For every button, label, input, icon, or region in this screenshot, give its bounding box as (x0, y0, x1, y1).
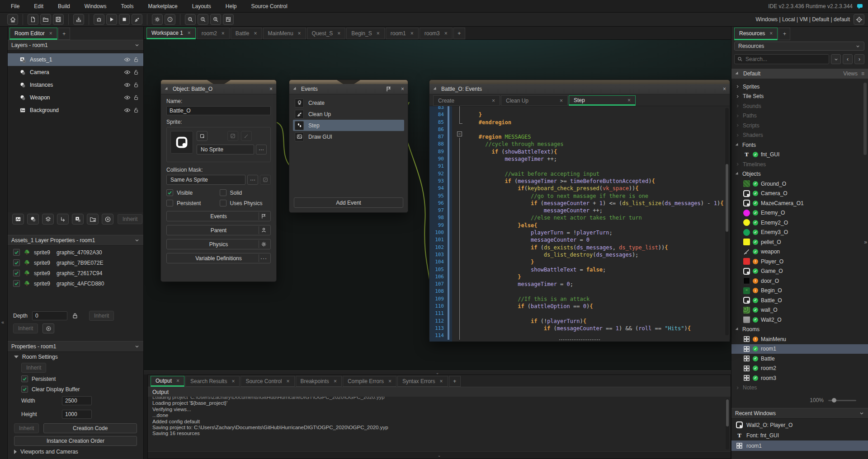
target-picker-icon[interactable] (854, 14, 864, 25)
close-icon[interactable]: × (377, 30, 380, 37)
code-line-88[interactable]: 88//cycle through messages (429, 141, 730, 148)
close-icon[interactable]: × (410, 30, 414, 37)
zoom-slider[interactable] (828, 400, 856, 401)
edit-sprite-icon[interactable] (227, 131, 238, 141)
physics-button[interactable]: Physics (166, 239, 271, 249)
close-icon[interactable]: × (440, 378, 443, 384)
help-button[interactable]: ? (165, 14, 175, 25)
tree-item-weapon[interactable]: ✓weapon (731, 247, 868, 257)
add-tile-layer-button[interactable] (72, 214, 84, 225)
viewports-toggle[interactable]: Viewports and Cameras (8, 449, 143, 455)
code-line-103[interactable]: 103ds_list_destroy(ds_messages); (429, 251, 730, 258)
output-vertical-scrollbar[interactable] (726, 398, 729, 450)
checkbox[interactable] (220, 200, 226, 206)
close-icon[interactable]: × (337, 30, 340, 37)
stop-button[interactable] (119, 14, 130, 25)
collapse-chevron-icon[interactable]: ⌄ (438, 453, 441, 458)
asset-row-graphic_72617C94[interactable]: sprite9graphic_72617C94 (8, 268, 143, 278)
tree-item-Enemy2_O[interactable]: ✓Enemy2_O (731, 218, 868, 228)
object-window-titlebar[interactable]: Object: Battle_O × (161, 84, 276, 94)
window-chrome[interactable] (429, 80, 730, 84)
add-instance-layer-button[interactable] (27, 214, 39, 225)
clear-buffer-checkbox-row[interactable]: Clear Display Buffer (8, 386, 143, 393)
collapse-window-icon[interactable] (293, 87, 297, 91)
workspace-tab-Battle[interactable]: Battle× (231, 28, 262, 39)
settings-button[interactable] (152, 14, 163, 25)
code-line-102[interactable]: 102if (ds_exists(ds_messages, ds_type_li… (429, 244, 730, 251)
output-tab-Compile Errors[interactable]: Compile Errors× (343, 376, 396, 387)
tree-item-Game_O[interactable]: ✓Game_O (731, 267, 868, 276)
zoom-slider-knob[interactable] (832, 398, 836, 403)
code-line-113[interactable]: 113if (messageCounter == 1) && (roll == … (429, 325, 730, 332)
output-tab-Breakpoints[interactable]: Breakpoints× (296, 376, 342, 387)
code-editor-window[interactable]: Battle_O: Events × Create×Clean Up×Step×… (429, 80, 730, 341)
tree-item-fnt_GUI[interactable]: T✓fnt_GUI (731, 150, 868, 160)
workspace-tab-room1[interactable]: room1× (386, 28, 419, 39)
tree-item-wall_O[interactable]: ✓wall_O (731, 305, 868, 315)
code-line-87[interactable]: 87#region MESSAGES (429, 133, 730, 141)
workspace-output-splitter[interactable]: ⌄ (144, 370, 731, 375)
add-event-button[interactable]: Add Event (294, 197, 403, 208)
code-line-107[interactable]: 107messageTimer = 0; (429, 281, 730, 288)
close-icon[interactable]: × (254, 30, 257, 37)
events-button[interactable]: Events (166, 211, 271, 221)
layer-row-Background[interactable]: Background (8, 104, 143, 117)
workspace-tab-room3[interactable]: room3× (420, 28, 453, 39)
properties-header[interactable]: Properties - room1 (8, 341, 143, 352)
code-line-94[interactable]: 94if(keyboard_check_pressed(vk_space)){ (429, 185, 730, 192)
tree-item-Camera_O[interactable]: ✓Camera_O (731, 189, 868, 199)
close-icon[interactable]: × (231, 378, 235, 384)
close-icon[interactable]: × (286, 378, 289, 384)
tree-group-Sounds[interactable]: Sounds (731, 101, 868, 111)
asset-row-graphic_47092A30[interactable]: sprite9graphic_47092A30 (8, 247, 143, 258)
tree-item-MazeCamera_O1[interactable]: ✓MazeCamera_O1 (731, 198, 868, 208)
checkbox-row-Uses Physics[interactable]: Uses Physics (220, 200, 271, 206)
workspace-tab-room2[interactable]: room2× (197, 28, 230, 39)
sprite-thumbnail[interactable] (170, 131, 193, 154)
layer-row-Assets_1[interactable]: Assets_1 (8, 53, 143, 66)
workspace-tab-Workspace 1[interactable]: Workspace 1× (146, 28, 196, 39)
close-icon[interactable]: × (49, 30, 52, 37)
target-selector[interactable]: Windows | Local | VM | Default | default (755, 14, 868, 25)
tree-group-Fonts[interactable]: Fonts (731, 140, 868, 150)
output-tab-Syntax Errors[interactable]: Syntax Errors× (397, 376, 448, 387)
checkbox-row-Solid[interactable]: Solid (220, 189, 271, 196)
code-line-111[interactable]: 111 (429, 310, 730, 317)
code-line-97[interactable]: 97messageCounter ++; (429, 207, 730, 214)
collapse-right-icon[interactable]: » (864, 239, 867, 245)
output-tab-Search Results[interactable]: Search Results× (185, 376, 240, 387)
layer-row-Weapon[interactable]: Weapon (8, 91, 143, 104)
tab-room-editor[interactable]: Room Editor× (9, 28, 57, 40)
tree-item-room2[interactable]: ✓room2 (731, 364, 868, 374)
code-line-83[interactable]: 83 (429, 106, 730, 111)
code-line-114[interactable]: 114 (429, 332, 730, 339)
close-icon[interactable]: × (723, 86, 726, 92)
event-row-Clean Up[interactable]: Clean Up (293, 108, 404, 120)
sprite-more-button[interactable]: ··· (256, 145, 267, 155)
add-folder-add-button[interactable] (87, 214, 99, 225)
fold-collapse-icon[interactable]: − (457, 131, 462, 136)
add-output-tab[interactable]: + (449, 376, 461, 387)
window-grid-button[interactable] (223, 14, 234, 25)
file-new-button[interactable] (28, 14, 38, 25)
asset-row-graphic_4AFCD880[interactable]: sprite9graphic_4AFCD880 (8, 278, 143, 289)
tree-group-Paths[interactable]: Paths (731, 111, 868, 121)
code-line-93[interactable]: 93if (messageTimer >= timeBeforeButtonAc… (429, 178, 730, 185)
output-header[interactable]: Output (148, 387, 731, 397)
zoom-in-button[interactable] (210, 14, 221, 25)
menu-build[interactable]: Build (52, 1, 76, 11)
hamburger-icon[interactable]: ≡ (861, 70, 864, 77)
save-button[interactable] (53, 14, 64, 25)
collision-more-button[interactable]: ··· (247, 175, 258, 185)
recent-window-room1[interactable]: room1 (731, 440, 868, 451)
tree-item-room1[interactable]: ✓room1 (731, 344, 868, 354)
code-line-112[interactable]: 112if (!playerTurn){ (429, 318, 730, 325)
debug-button[interactable] (94, 14, 104, 25)
checkbox[interactable] (13, 270, 20, 276)
checkbox[interactable] (166, 200, 173, 206)
code-line-108[interactable]: 108 (429, 288, 730, 295)
tree-group-Notes[interactable]: Notes (731, 383, 868, 393)
scrollbar-thumb[interactable] (726, 399, 729, 426)
collapse-window-icon[interactable] (433, 87, 437, 91)
sprite-select[interactable]: No Sprite (197, 145, 254, 155)
